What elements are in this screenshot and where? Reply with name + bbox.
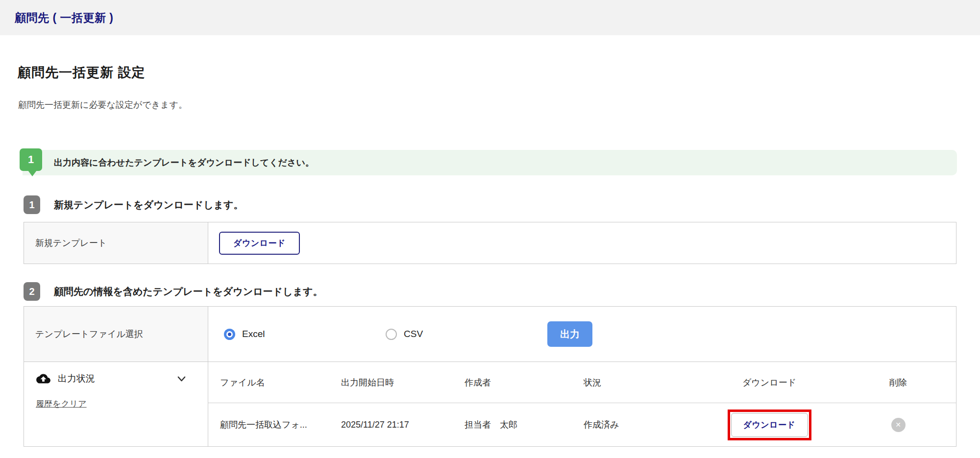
template-file-select-label: テンプレートファイル選択 <box>24 307 208 362</box>
column-header-delete: 削除 <box>840 377 956 388</box>
client-template-table: テンプレートファイル選択 Excel CSV 出力 出力状況 <box>24 306 956 447</box>
step-badge-tail <box>28 170 37 176</box>
output-status-label: 出力状況 <box>58 372 95 385</box>
creator-cell: 担当者 太郎 <box>453 419 572 431</box>
radio-excel-checked-icon[interactable] <box>224 329 235 340</box>
page-title: 顧問先一括更新 設定 <box>18 64 146 81</box>
section2-title: 顧問先の情報を含めたテンプレートをダウンロードします。 <box>54 285 322 298</box>
output-status-row: 出力状況 履歴をクリア ファイル名 出力開始日時 作成者 状況 ダウンロード 削… <box>24 362 956 446</box>
delete-cell: ✕ <box>840 418 956 432</box>
column-header-status: 状況 <box>572 377 698 388</box>
highlight-box: ダウンロード <box>728 410 811 440</box>
column-header-file-name: ファイル名 <box>208 377 329 388</box>
new-template-table: 新規テンプレート ダウンロード <box>24 222 956 264</box>
file-name-cell: 顧問先一括取込フォ... <box>208 419 329 431</box>
radio-option-csv[interactable]: CSV <box>386 307 423 362</box>
step-banner: 出力内容に合わせたテンプレートをダウンロードしてください。 <box>23 150 957 175</box>
chevron-down-icon[interactable] <box>177 375 186 383</box>
output-table-row: 顧問先一括取込フォ... 2025/11/27 21:17 担当者 太郎 作成済… <box>208 403 956 446</box>
step-banner-text: 出力内容に合わせたテンプレートをダウンロードしてください。 <box>54 157 314 169</box>
section1-number-badge: 1 <box>24 195 40 214</box>
cloud-upload-icon <box>36 373 50 385</box>
new-template-download-button[interactable]: ダウンロード <box>219 232 300 255</box>
new-template-label: 新規テンプレート <box>24 222 208 264</box>
step-number-badge: 1 <box>20 148 42 171</box>
output-status-cell: 出力状況 履歴をクリア <box>24 362 208 446</box>
column-header-start-datetime: 出力開始日時 <box>329 377 453 388</box>
output-table-header-row: ファイル名 出力開始日時 作成者 状況 ダウンロード 削除 <box>208 362 956 403</box>
export-button[interactable]: 出力 <box>547 321 592 347</box>
section1-heading: 1 新規テンプレートをダウンロードします。 <box>24 195 244 215</box>
radio-csv-unchecked-icon[interactable] <box>386 329 397 340</box>
radio-csv-label[interactable]: CSV <box>404 329 423 339</box>
radio-excel-label[interactable]: Excel <box>242 329 265 339</box>
download-cell: ダウンロード <box>698 410 840 440</box>
output-status-table: ファイル名 出力開始日時 作成者 状況 ダウンロード 削除 顧問先一括取込フォ.… <box>208 362 956 446</box>
column-header-creator: 作成者 <box>453 377 572 388</box>
row-download-button[interactable]: ダウンロード <box>731 413 808 437</box>
page-description: 顧問先一括更新に必要な設定ができます。 <box>18 99 187 111</box>
radio-option-excel[interactable]: Excel <box>224 307 265 362</box>
template-file-select-row: テンプレートファイル選択 Excel CSV 出力 <box>24 307 956 362</box>
clear-history-link[interactable]: 履歴をクリア <box>36 398 87 410</box>
output-status-toggle[interactable]: 出力状況 <box>36 369 194 388</box>
template-file-select-cell: Excel CSV 出力 <box>208 307 956 362</box>
header-bar: 顧問先 ( 一括更新 ) <box>0 0 980 35</box>
new-template-cell: ダウンロード <box>208 222 956 264</box>
column-header-download: ダウンロード <box>698 377 840 388</box>
section2-number-badge: 2 <box>24 282 40 301</box>
status-cell: 作成済み <box>572 419 698 431</box>
breadcrumb-title: 顧問先 ( 一括更新 ) <box>15 10 114 25</box>
start-datetime-cell: 2025/11/27 21:17 <box>329 420 453 430</box>
section1-title: 新規テンプレートをダウンロードします。 <box>54 198 244 212</box>
section2-heading: 2 顧問先の情報を含めたテンプレートをダウンロードします。 <box>24 282 322 301</box>
close-icon[interactable]: ✕ <box>891 418 906 432</box>
